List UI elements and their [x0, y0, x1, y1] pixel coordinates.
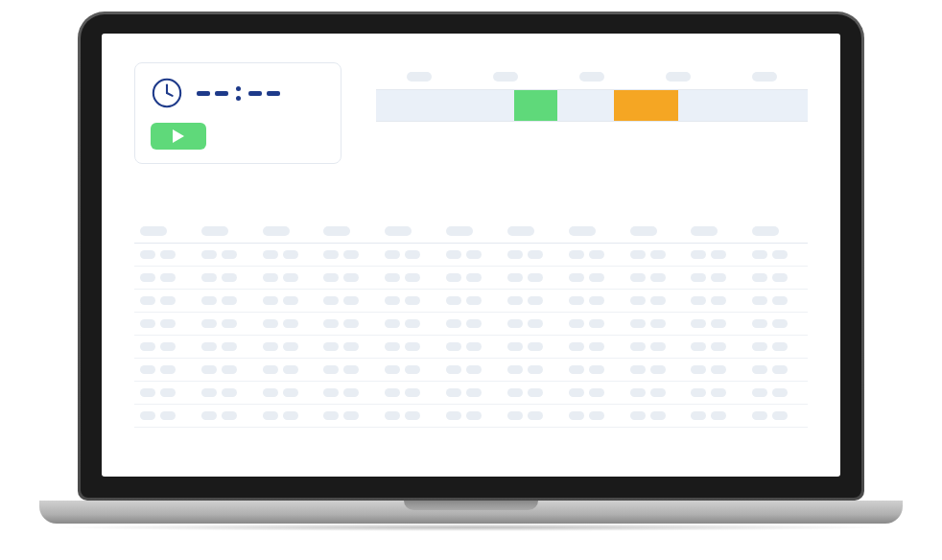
timeline [376, 62, 808, 122]
placeholder-pill [283, 296, 298, 305]
svg-marker-3 [173, 129, 184, 143]
table-cell [379, 290, 440, 312]
table-header-cell [379, 220, 440, 243]
table-cell [624, 336, 686, 358]
placeholder-pill [711, 319, 726, 328]
placeholder-pill [589, 342, 604, 351]
placeholder-pill [466, 319, 482, 328]
placeholder-pill [752, 319, 767, 328]
table-cell [134, 359, 196, 381]
placeholder-pill [528, 411, 543, 420]
placeholder-pill [323, 342, 339, 351]
placeholder-pill [446, 365, 461, 374]
placeholder-pill [385, 365, 400, 374]
play-icon [173, 129, 184, 143]
placeholder-pill [323, 296, 339, 305]
placeholder-pill [385, 273, 400, 282]
placeholder-pill [222, 250, 237, 259]
timeline-column-header [635, 72, 721, 82]
placeholder-pill [579, 72, 604, 82]
placeholder-pill [283, 411, 298, 420]
table-cell [502, 382, 563, 404]
placeholder-pill [752, 250, 767, 259]
table-cell [379, 405, 440, 427]
table-cell [196, 405, 257, 427]
table-cell [685, 405, 746, 427]
placeholder-pill [507, 411, 523, 420]
placeholder-pill [691, 388, 706, 397]
placeholder-pill [201, 365, 217, 374]
placeholder-pill [263, 388, 278, 397]
table-header-cell [257, 220, 318, 243]
timeline-block-orange[interactable] [614, 90, 679, 121]
table-cell [624, 244, 686, 266]
placeholder-pill [201, 296, 217, 305]
clock-icon [151, 77, 183, 109]
placeholder-pill [160, 250, 176, 259]
placeholder-pill [507, 388, 523, 397]
placeholder-pill [160, 342, 176, 351]
placeholder-pill [569, 411, 584, 420]
laptop-frame [39, 12, 903, 548]
placeholder-pill [222, 342, 237, 351]
table-cell [746, 267, 808, 289]
placeholder-pill [263, 411, 278, 420]
table-header-cell [134, 220, 196, 243]
table-cell [563, 244, 624, 266]
placeholder-pill [569, 273, 584, 282]
placeholder-pill [140, 226, 167, 236]
placeholder-pill [772, 273, 788, 282]
placeholder-pill [405, 342, 420, 351]
table-cell [746, 336, 808, 358]
placeholder-pill [569, 388, 584, 397]
table-cell [440, 267, 502, 289]
table-header-cell [685, 220, 746, 243]
placeholder-pill [343, 411, 359, 420]
timer-card [134, 62, 341, 164]
placeholder-pill [630, 226, 657, 236]
placeholder-pill [630, 411, 646, 420]
table-cell [196, 382, 257, 404]
placeholder-pill [343, 273, 359, 282]
timer-digits [197, 86, 280, 101]
table-cell [624, 382, 686, 404]
laptop-lid [78, 12, 864, 501]
placeholder-pill [201, 342, 217, 351]
placeholder-pill [222, 319, 237, 328]
table-cell [746, 382, 808, 404]
placeholder-pill [772, 296, 788, 305]
placeholder-pill [493, 72, 518, 82]
placeholder-pill [569, 226, 596, 236]
table-row [134, 382, 808, 405]
placeholder-pill [528, 296, 543, 305]
table-cell [318, 290, 379, 312]
placeholder-pill [446, 226, 473, 236]
placeholder-pill [650, 411, 666, 420]
placeholder-pill [752, 365, 767, 374]
table-cell [563, 382, 624, 404]
table-cell [196, 313, 257, 335]
placeholder-pill [140, 342, 155, 351]
table-cell [624, 290, 686, 312]
table-cell [257, 290, 318, 312]
placeholder-pill [507, 226, 534, 236]
placeholder-pill [752, 72, 777, 82]
placeholder-pill [507, 365, 523, 374]
timeline-block-green[interactable] [514, 90, 557, 121]
table-cell [318, 336, 379, 358]
play-button[interactable] [151, 123, 206, 150]
placeholder-pill [711, 411, 726, 420]
placeholder-pill [569, 296, 584, 305]
table-cell [685, 290, 746, 312]
placeholder-pill [407, 72, 432, 82]
table-cell [318, 244, 379, 266]
table-cell [624, 359, 686, 381]
table-cell [563, 290, 624, 312]
table-header-cell [563, 220, 624, 243]
placeholder-pill [140, 250, 155, 259]
timeline-column-header [549, 72, 635, 82]
placeholder-pill [263, 226, 290, 236]
placeholder-pill [140, 365, 155, 374]
table-cell [563, 313, 624, 335]
placeholder-pill [405, 388, 420, 397]
